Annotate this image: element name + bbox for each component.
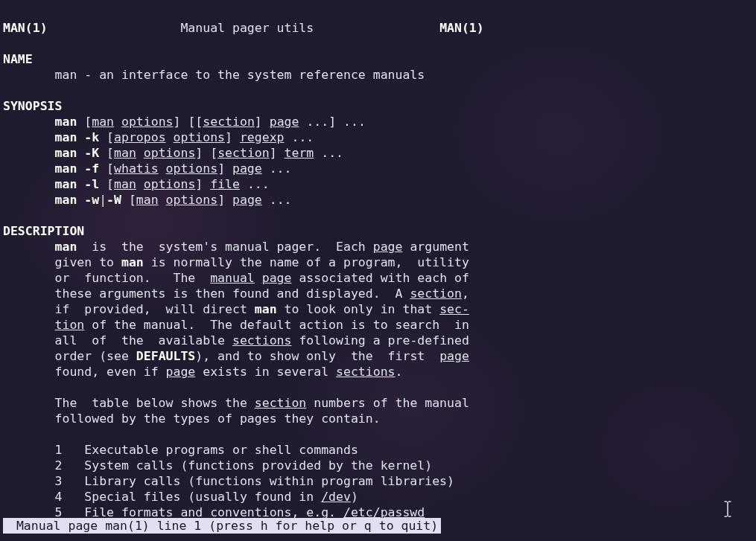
header-center: Manual pager utils: [180, 21, 314, 35]
section-table-row: 1 Executable programs or shell commands: [55, 443, 358, 457]
section-heading-name: NAME: [3, 52, 33, 66]
syn-cmd: man -K: [55, 146, 100, 160]
section-table-row: 2 System calls (functions provided by th…: [55, 458, 433, 473]
section-table-row: 4 Special files (usually found in: [55, 490, 322, 504]
pager-status-bar[interactable]: Manual page man(1) line 1 (press h for h…: [3, 518, 441, 534]
syn-cmd: man -k: [55, 130, 100, 144]
syn-cmd: man -f: [55, 161, 100, 176]
syn-cmd: man: [55, 115, 77, 129]
syn-cmd: man -w: [55, 193, 100, 207]
syn-cmd: man -l: [55, 177, 100, 191]
man-page-content[interactable]: MAN(1) Manual pager utils MAN(1) NAME ma…: [3, 4, 753, 536]
section-heading-description: DESCRIPTION: [3, 224, 84, 238]
name-line: man - an interface to the system referen…: [55, 68, 425, 82]
section-heading-synopsis: SYNOPSIS: [3, 99, 62, 113]
section-table-row: 3 Library calls (functions within progra…: [55, 474, 454, 488]
header-right: MAN(1): [439, 21, 484, 35]
header-left: MAN(1): [3, 21, 48, 35]
